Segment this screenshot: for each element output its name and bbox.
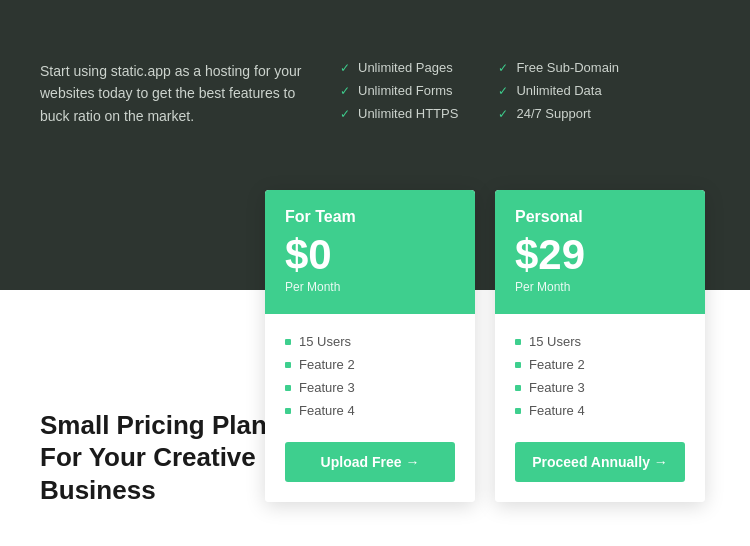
feature-list-item: 15 Users (515, 330, 685, 353)
feature-list: 15 Users Feature 2 Feature 3 Feature 4 (285, 330, 455, 422)
feature-bullet (285, 339, 291, 345)
bottom-headline: Small Pricing Plan For Your Creative Bus… (40, 409, 267, 507)
card-price: $0 (285, 234, 455, 276)
check-icon: ✓ (498, 61, 508, 75)
pricing-card-personal: Personal $29 Per Month 15 Users Feature … (495, 190, 705, 502)
feature-list-item: Feature 4 (515, 399, 685, 422)
feature-bullet (515, 385, 521, 391)
feature-item: ✓Unlimited Forms (340, 83, 458, 98)
feature-bullet (285, 362, 291, 368)
card-header: Personal $29 Per Month (495, 190, 705, 314)
feature-list-item: Feature 2 (285, 353, 455, 376)
cards-container: For Team $0 Per Month 15 Users Feature 2… (265, 190, 705, 502)
feature-col-2: ✓Free Sub-Domain✓Unlimited Data✓24/7 Sup… (498, 60, 619, 121)
feature-bullet (285, 385, 291, 391)
card-period: Per Month (285, 280, 455, 294)
feature-list-item: Feature 4 (285, 399, 455, 422)
feature-item: ✓Unlimited Pages (340, 60, 458, 75)
feature-item: ✓Unlimited Data (498, 83, 619, 98)
feature-bullet (515, 362, 521, 368)
card-header: For Team $0 Per Month (265, 190, 475, 314)
feature-item: ✓Free Sub-Domain (498, 60, 619, 75)
feature-list-item: Feature 3 (515, 376, 685, 399)
feature-bullet (515, 339, 521, 345)
card-title: For Team (285, 208, 455, 226)
cta-button-team[interactable]: Upload Free → (285, 442, 455, 482)
check-icon: ✓ (498, 107, 508, 121)
check-icon: ✓ (498, 84, 508, 98)
feature-list: 15 Users Feature 2 Feature 3 Feature 4 (515, 330, 685, 422)
card-body: 15 Users Feature 2 Feature 3 Feature 4 U… (265, 314, 475, 502)
check-icon: ✓ (340, 84, 350, 98)
feature-col-1: ✓Unlimited Pages✓Unlimited Forms✓Unlimit… (340, 60, 458, 121)
card-period: Per Month (515, 280, 685, 294)
feature-list-item: 15 Users (285, 330, 455, 353)
features-columns: ✓Unlimited Pages✓Unlimited Forms✓Unlimit… (340, 60, 710, 121)
pricing-card-team: For Team $0 Per Month 15 Users Feature 2… (265, 190, 475, 502)
card-body: 15 Users Feature 2 Feature 3 Feature 4 P… (495, 314, 705, 502)
intro-text: Start using static.app as a hosting for … (40, 60, 340, 127)
feature-list-item: Feature 2 (515, 353, 685, 376)
feature-list-item: Feature 3 (285, 376, 455, 399)
feature-bullet (515, 408, 521, 414)
check-icon: ✓ (340, 61, 350, 75)
feature-bullet (285, 408, 291, 414)
feature-item: ✓Unlimited HTTPS (340, 106, 458, 121)
check-icon: ✓ (340, 107, 350, 121)
card-title: Personal (515, 208, 685, 226)
headline: Small Pricing Plan For Your Creative Bus… (40, 409, 267, 507)
cta-button-personal[interactable]: Proceed Annually → (515, 442, 685, 482)
card-price: $29 (515, 234, 685, 276)
feature-item: ✓24/7 Support (498, 106, 619, 121)
